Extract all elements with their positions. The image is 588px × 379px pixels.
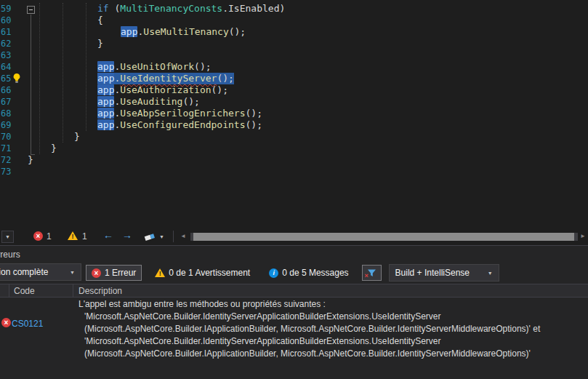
severity-column-header[interactable] (0, 284, 9, 297)
line-number: 67 (0, 96, 13, 108)
line-number: 72 (0, 154, 13, 166)
info-icon: i (269, 268, 278, 278)
clear-filter-icon: × (365, 272, 368, 279)
error-description-line: (Microsoft.AspNetCore.Builder.IApplicati… (78, 323, 540, 335)
code-line-62[interactable]: } (97, 38, 103, 49)
code-line-67[interactable]: app.UseAuditing(); (97, 96, 200, 108)
vs-window: 596061626364656667686970717273 if (Multi… (0, 0, 588, 379)
error-list-panel: Liste d'erreurs Solution complète ▼ × 1 … (0, 245, 588, 379)
error-description-line: 'Microsoft.AspNetCore.Builder.IdentitySe… (78, 335, 540, 348)
error-description-line: L'appel est ambigu entre les méthodes ou… (78, 298, 540, 311)
indent-guide (63, 3, 63, 143)
fold-line (31, 15, 31, 154)
indent-guide (39, 3, 40, 154)
code-line-68[interactable]: app.UseAbpSerilogEnrichers(); (97, 108, 262, 119)
warnings-filter-button[interactable]: ! 0 de 1 Avertissement (149, 265, 256, 281)
horizontal-scrollbar[interactable] (190, 233, 578, 241)
chevron-down-icon: ▼ (5, 234, 10, 239)
line-number: 71 (0, 143, 13, 154)
error-count: 1 (47, 231, 52, 242)
line-number: 59 (0, 3, 13, 15)
error-description: L'appel est ambigu entre les méthodes ou… (78, 298, 540, 360)
line-number: 68 (0, 108, 13, 119)
line-number: 73 (0, 166, 13, 177)
line-number: 64 (0, 61, 13, 73)
code-cleanup-icon[interactable] (144, 232, 156, 244)
code-line-60[interactable]: { (97, 15, 103, 26)
error-icon: × (92, 268, 101, 278)
warning-count: 1 (82, 231, 87, 242)
scroll-right-button[interactable]: ► (580, 233, 586, 239)
line-number: 66 (0, 84, 13, 96)
warning-count-icon[interactable]: ! (68, 231, 78, 240)
code-line-64[interactable]: app.UseUnitOfWork(); (97, 61, 212, 73)
error-description-line: 'Microsoft.AspNetCore.Builder.IdentitySe… (78, 311, 540, 323)
errors-filter-label: 1 Erreur (105, 268, 136, 278)
document-health-bar: ▼ × 1 ! 1 ← → ▼ ◄ ► (0, 228, 588, 245)
next-issue-arrow[interactable]: → (122, 229, 132, 241)
messages-filter-button[interactable]: i 0 de 5 Messages (263, 265, 354, 281)
error-count-icon[interactable]: × (33, 231, 43, 241)
code-editor[interactable]: 596061626364656667686970717273 if (Multi… (0, 0, 588, 228)
code-column-header[interactable]: Code (9, 284, 73, 297)
line-number: 69 (0, 119, 13, 131)
scrollbar-thumb[interactable] (193, 233, 574, 241)
lightbulb-icon[interactable] (12, 73, 22, 84)
code-line-71[interactable]: } (51, 143, 57, 154)
error-row[interactable]: × CS0121 L'appel est ambigu entre les mé… (0, 298, 588, 366)
line-number: 60 (0, 15, 13, 26)
health-dropdown-button[interactable]: ▼ (1, 231, 14, 243)
error-description-line: (Microsoft.AspNetCore.Builder.IApplicati… (78, 348, 540, 360)
line-number: 61 (0, 26, 13, 38)
separator (173, 231, 174, 242)
minus-icon (29, 9, 33, 10)
code-line-72[interactable]: } (28, 154, 33, 166)
code-cleanup-chevron-icon[interactable]: ▼ (159, 234, 164, 239)
code-line-66[interactable]: app.UseAuthorization(); (97, 84, 228, 96)
filter-button[interactable]: × (362, 265, 382, 281)
panel-title: Liste d'erreurs (0, 250, 20, 260)
scroll-left-button[interactable]: ◄ (180, 233, 186, 239)
fold-collapse-box[interactable] (27, 6, 35, 14)
error-code[interactable]: CS0121 (12, 319, 43, 329)
warnings-filter-label: 0 de 1 Avertissement (169, 268, 250, 278)
source-dropdown-value: Build + IntelliSense (395, 268, 470, 278)
warning-icon: ! (155, 268, 165, 277)
line-number: 62 (0, 38, 13, 49)
description-column-header[interactable]: Description (73, 284, 588, 297)
error-icon: × (1, 318, 11, 327)
code-line-69[interactable]: app.UseConfiguredEndpoints(); (97, 119, 262, 131)
source-dropdown[interactable]: Build + IntelliSense ▼ (389, 264, 499, 282)
indent-guide (86, 3, 86, 131)
code-line-65[interactable]: app.UseIdentityServer(); (97, 73, 234, 84)
line-number: 63 (0, 49, 13, 61)
scope-filter-value: Solution complète (0, 267, 48, 277)
errors-filter-button[interactable]: × 1 Erreur (86, 265, 142, 281)
chevron-down-icon: ▼ (64, 270, 75, 275)
code-line-61[interactable]: app.UseMultiTenancy(); (121, 26, 246, 38)
code-line-59[interactable]: if (MultiTenancyConsts.IsEnabled) (97, 3, 285, 15)
code-line-70[interactable]: } (74, 131, 80, 143)
line-number: 65 (0, 73, 13, 84)
error-table-header: Code Description (0, 284, 588, 298)
error-list-toolbar: × 1 Erreur ! 0 de 1 Avertissement i 0 de… (86, 264, 499, 282)
messages-filter-label: 0 de 5 Messages (282, 268, 348, 278)
scope-filter-dropdown[interactable]: Solution complète ▼ (0, 263, 81, 281)
line-number: 70 (0, 131, 13, 143)
chevron-down-icon: ▼ (482, 271, 493, 276)
previous-issue-arrow[interactable]: ← (103, 229, 113, 241)
